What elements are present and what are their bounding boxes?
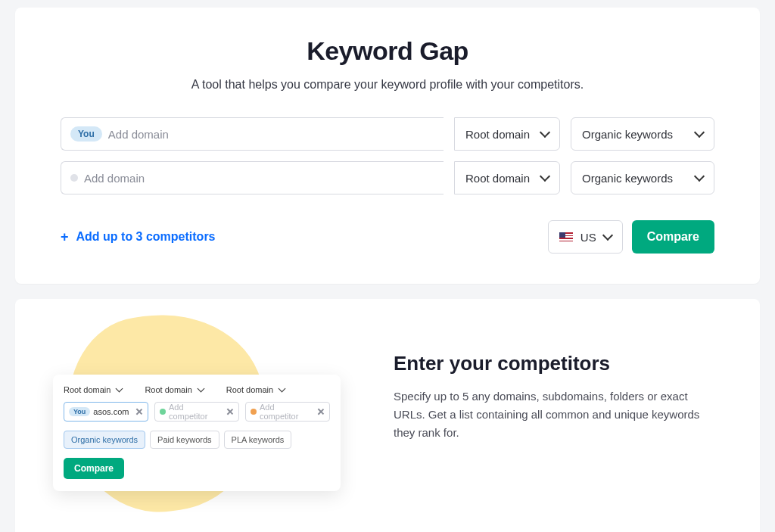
mini-scope-row: Root domain Root domain Root domain (64, 385, 330, 394)
domain-field-competitor[interactable] (61, 161, 444, 194)
mini-you-badge: You (69, 407, 90, 416)
mini-field-you: You asos.com (64, 402, 148, 422)
close-icon (135, 408, 143, 415)
chevron-down-icon (694, 171, 705, 182)
mini-tab-organic: Organic keywords (64, 431, 145, 449)
mini-placeholder: Add competitor (260, 403, 314, 421)
domain-field-you[interactable]: You (61, 117, 444, 151)
scope-select[interactable]: Root domain (454, 117, 560, 151)
scope-select[interactable]: Root domain (454, 161, 560, 194)
close-icon (226, 408, 234, 415)
keyword-type-label: Organic keywords (582, 128, 673, 141)
us-flag-icon (559, 232, 573, 241)
page-title: Keyword Gap (61, 36, 714, 66)
actions-row: + Add up to 3 competitors US Compare (61, 220, 714, 254)
scope-label: Root domain (465, 172, 530, 185)
domain-row: Root domain Organic keywords (61, 161, 714, 194)
compare-button[interactable]: Compare (632, 220, 714, 254)
you-badge: You (70, 126, 102, 142)
competitor-color-dot (160, 409, 166, 415)
chevron-down-icon (279, 385, 286, 393)
info-heading: Enter your competitors (394, 352, 722, 375)
country-code: US (580, 231, 596, 244)
chevron-down-icon (694, 127, 705, 138)
mini-form-illustration: Root domain Root domain Root domain You … (53, 375, 341, 491)
mini-compare-button: Compare (64, 458, 124, 479)
mini-scope-label: Root domain (145, 385, 191, 394)
add-competitors-link[interactable]: + Add up to 3 competitors (61, 229, 216, 245)
mini-scope: Root domain (145, 385, 203, 394)
close-icon (317, 408, 325, 415)
chevron-down-icon (540, 127, 550, 138)
info-panel: Root domain Root domain Root domain You … (15, 299, 760, 532)
mini-field-competitor: Add competitor (245, 402, 330, 422)
country-select[interactable]: US (548, 220, 623, 254)
domain-row: You Root domain Organic keywords (61, 117, 714, 151)
right-actions: US Compare (548, 220, 714, 254)
plus-icon: + (61, 229, 69, 245)
domain-rows: You Root domain Organic keywords Root do… (61, 117, 714, 194)
mini-placeholder: Add competitor (169, 403, 223, 421)
scope-label: Root domain (465, 128, 530, 141)
keyword-type-select[interactable]: Organic keywords (571, 117, 714, 151)
competitor-color-dot (251, 409, 257, 415)
keyword-gap-panel: Keyword Gap A tool that helps you compar… (15, 8, 760, 284)
page-subtitle: A tool that helps you compare your keywo… (61, 78, 714, 92)
chevron-down-icon (602, 230, 613, 241)
chevron-down-icon (197, 385, 204, 393)
domain-input[interactable] (108, 128, 434, 141)
chevron-down-icon (540, 171, 550, 182)
mini-fields-row: You asos.com Add competitor Add competit… (64, 402, 330, 422)
mini-tab-pla: PLA keywords (224, 431, 292, 449)
competitor-color-dot (70, 174, 78, 182)
mini-domain-value: asos.com (93, 407, 132, 416)
add-competitors-label: Add up to 3 competitors (76, 230, 216, 244)
mini-scope: Root domain (64, 385, 122, 394)
keyword-type-select[interactable]: Organic keywords (571, 161, 714, 194)
mini-scope: Root domain (226, 385, 285, 394)
mini-field-competitor: Add competitor (154, 402, 239, 422)
mini-scope-label: Root domain (64, 385, 110, 394)
chevron-down-icon (116, 385, 123, 393)
illustration: Root domain Root domain Root domain You … (45, 329, 363, 511)
mini-tab-paid: Paid keywords (150, 431, 219, 449)
domain-input[interactable] (84, 172, 434, 185)
mini-tabs: Organic keywords Paid keywords PLA keywo… (64, 431, 330, 449)
info-text: Enter your competitors Specify up to 5 a… (394, 329, 722, 442)
keyword-type-label: Organic keywords (582, 172, 673, 185)
info-body: Specify up to 5 any domains, subdomains,… (394, 387, 722, 442)
mini-scope-label: Root domain (226, 385, 273, 394)
